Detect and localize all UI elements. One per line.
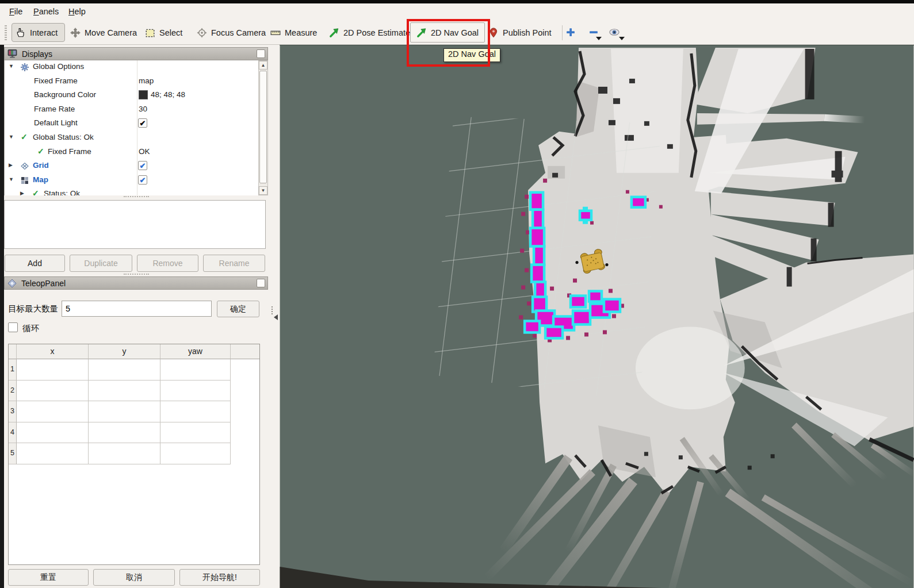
row-header-3[interactable]: 3 xyxy=(9,401,17,422)
table-cell[interactable] xyxy=(89,381,160,402)
expander-open-icon[interactable]: ▼ xyxy=(9,176,14,182)
expander-collapsed-icon[interactable]: ▶ xyxy=(20,190,24,195)
confirm-button[interactable]: 确定 xyxy=(217,301,259,317)
start-navigation-button[interactable]: 开始导航! xyxy=(179,569,260,586)
column-header-y[interactable]: y xyxy=(89,344,160,359)
add-display-button[interactable]: Add xyxy=(5,255,65,272)
publish-point-tool-button[interactable]: Publish Point xyxy=(485,23,555,42)
row-header-5[interactable]: 5 xyxy=(9,443,17,464)
table-cell[interactable] xyxy=(17,443,89,464)
tree-row-frame-rate[interactable]: Frame Rate 30 xyxy=(5,103,258,117)
green-arrow-icon xyxy=(329,28,339,38)
table-cell[interactable] xyxy=(160,422,231,444)
tree-row-fixed-frame[interactable]: Fixed Frame map xyxy=(5,75,258,89)
cancel-button[interactable]: 取消 xyxy=(93,569,175,586)
row-header-2[interactable]: 2 xyxy=(9,381,17,402)
desktop-edge-strip xyxy=(0,45,4,588)
table-cell[interactable] xyxy=(17,381,89,402)
3d-viewport[interactable] xyxy=(280,45,914,588)
costmap-cyan-nub xyxy=(583,220,588,224)
tree-row-background-color[interactable]: Background Color 48; 48; 48 xyxy=(5,89,258,103)
tree-row-status-fixed-frame[interactable]: ✓ Fixed Frame OK xyxy=(5,145,258,160)
splitter-dots[interactable] xyxy=(271,306,273,314)
table-cell[interactable] xyxy=(89,401,160,422)
table-cell[interactable] xyxy=(17,359,89,381)
table-cell[interactable] xyxy=(160,381,231,402)
eye-icon[interactable] xyxy=(609,26,619,37)
table-cell[interactable] xyxy=(89,443,160,464)
tree-row-grid[interactable]: ▶ Grid ✔ xyxy=(5,159,258,174)
focus-camera-tool-button[interactable]: Focus Camera xyxy=(193,23,269,42)
displays-scrollbar[interactable]: ▲ ▼ xyxy=(258,60,268,195)
table-cell[interactable] xyxy=(17,422,89,444)
loop-checkbox[interactable] xyxy=(8,322,18,332)
nav-goal-label: 2D Nav Goal xyxy=(431,28,479,37)
check-icon: ✓ xyxy=(37,147,44,156)
teleop-panel-titlebar[interactable]: TeleopPanel xyxy=(4,276,268,290)
check-icon: ✔ xyxy=(140,176,146,185)
measure-label: Measure xyxy=(285,28,317,37)
displays-hide-button[interactable] xyxy=(257,49,265,58)
menu-help[interactable]: Help xyxy=(65,6,89,17)
table-cell[interactable] xyxy=(17,401,89,422)
plus-icon[interactable] xyxy=(565,26,575,37)
scrollbar-thumb[interactable] xyxy=(259,71,267,183)
rename-display-button[interactable]: Rename xyxy=(203,255,265,272)
scroll-up-button[interactable]: ▲ xyxy=(259,61,267,70)
table-cell[interactable] xyxy=(89,359,160,381)
row-header-1[interactable]: 1 xyxy=(9,359,17,381)
splitter-collapse-arrow[interactable] xyxy=(274,314,278,320)
max-goal-input[interactable] xyxy=(62,301,212,317)
fixed-frame-value[interactable]: map xyxy=(139,76,154,85)
column-header-x[interactable]: x xyxy=(17,344,89,359)
pose-estimate-tool-button[interactable]: 2D Pose Estimate xyxy=(326,23,414,42)
tree-row-map-status[interactable]: ▶ ✓ Status: Ok xyxy=(5,187,258,195)
background-color-value[interactable]: 48; 48; 48 xyxy=(151,90,185,99)
rviz-window: File Panels Help Interact Move Camera Se… xyxy=(0,0,914,588)
nav-goal-tooltip: 2D Nav Goal xyxy=(443,48,500,62)
menubar: File Panels Help xyxy=(0,3,914,21)
move-camera-tool-button[interactable]: Move Camera xyxy=(67,23,140,42)
grid-enabled-checkbox[interactable]: ✔ xyxy=(138,161,147,170)
table-cell[interactable] xyxy=(160,359,231,381)
check-icon: ✔ xyxy=(140,119,146,128)
displays-panel-titlebar[interactable]: Displays xyxy=(4,47,268,60)
expander-collapsed-icon[interactable]: ▶ xyxy=(9,162,13,168)
panel-resize-handle[interactable] xyxy=(124,274,149,275)
nav-goal-tool-button[interactable]: 2D Nav Goal xyxy=(410,22,485,43)
table-cell[interactable] xyxy=(89,422,160,444)
measure-tool-button[interactable]: Measure xyxy=(267,23,320,42)
row-header-4[interactable]: 4 xyxy=(9,422,17,444)
table-cell[interactable] xyxy=(160,443,231,464)
toolbar-drag-handle[interactable] xyxy=(5,25,7,40)
tree-row-map[interactable]: ▼ Map ✔ xyxy=(5,174,258,188)
menu-file[interactable]: File xyxy=(6,6,26,17)
remove-display-button[interactable]: Remove xyxy=(137,255,198,272)
tree-row-global-options[interactable]: ▼ Global Options xyxy=(5,60,258,75)
green-arrow-icon xyxy=(416,28,427,38)
menu-panels[interactable]: Panels xyxy=(30,6,62,17)
color-swatch[interactable] xyxy=(139,90,148,99)
map-enabled-checkbox[interactable]: ✔ xyxy=(138,175,147,185)
tree-row-global-status[interactable]: ▼ ✓ Global Status: Ok xyxy=(5,131,258,145)
tree-row-default-light[interactable]: Default Light ✔ xyxy=(5,117,258,131)
displays-tree: ▼ Global Options Fixed Frame map Backgro… xyxy=(4,60,258,195)
default-light-checkbox[interactable]: ✔ xyxy=(138,118,147,128)
teleop-hide-button[interactable] xyxy=(257,279,265,287)
interact-tool-button[interactable]: Interact xyxy=(12,23,65,42)
column-header-yaw[interactable]: yaw xyxy=(160,344,231,359)
minus-icon[interactable] xyxy=(588,26,598,37)
minus-dropdown-caret[interactable] xyxy=(596,37,602,40)
frame-rate-value[interactable]: 30 xyxy=(139,105,147,113)
table-cell[interactable] xyxy=(160,401,231,422)
toolbar: Interact Move Camera Select Focus Camera xyxy=(0,21,914,45)
panel-resize-handle[interactable] xyxy=(124,196,149,197)
reset-button[interactable]: 重置 xyxy=(8,569,89,586)
select-tool-button[interactable]: Select xyxy=(142,23,186,42)
expander-open-icon[interactable]: ▼ xyxy=(9,134,14,140)
diamond-icon xyxy=(7,279,17,288)
eye-dropdown-caret[interactable] xyxy=(619,37,625,40)
expander-open-icon[interactable]: ▼ xyxy=(9,63,14,69)
duplicate-display-button[interactable]: Duplicate xyxy=(70,255,132,272)
scroll-down-button[interactable]: ▼ xyxy=(259,186,267,195)
